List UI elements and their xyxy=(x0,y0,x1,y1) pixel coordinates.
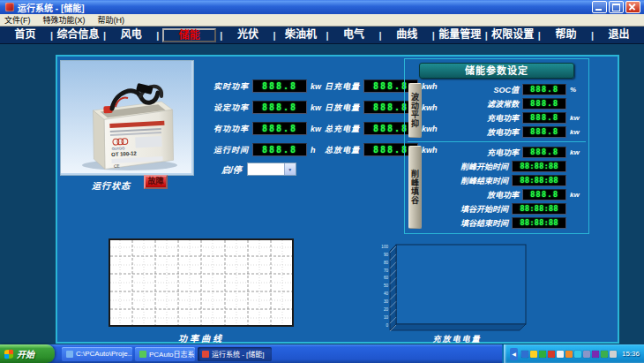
energy-ytick: 100 xyxy=(381,245,388,249)
metric-value-display: 888.8 xyxy=(252,122,307,135)
taskbar-task-2[interactable]: PCAuto日志系统 xyxy=(135,347,195,361)
energy-ytick: 70 xyxy=(384,268,389,273)
menu-file[interactable]: 文件(F) xyxy=(4,14,31,26)
start-button-label: 开始 xyxy=(17,347,34,360)
nav-item-8[interactable]: 曲线 xyxy=(382,28,432,42)
restore-button[interactable] xyxy=(609,1,624,13)
restore-icon xyxy=(612,4,620,11)
setting-value-display[interactable]: 888.8 xyxy=(522,147,566,158)
tray-icon-10[interactable] xyxy=(601,351,608,358)
metric-label: 总放电量 xyxy=(300,144,360,155)
menu-special[interactable]: 特殊功能(X) xyxy=(43,14,86,26)
settings-row: 充电功率888.8kw xyxy=(424,145,585,159)
setting-label: 充电功率 xyxy=(424,147,519,158)
setting-label: 滤波常数 xyxy=(424,98,519,110)
tray-icon-11[interactable] xyxy=(610,351,617,358)
task-app-icon xyxy=(139,351,146,358)
energy-ytick: 50 xyxy=(384,284,389,288)
settings-panel-title: 储能参数设定 xyxy=(419,63,574,79)
minimize-button[interactable] xyxy=(592,1,607,13)
run-status-label: 运行状态 xyxy=(82,178,140,192)
energy-ytick: 80 xyxy=(384,261,389,265)
setting-value-display[interactable]: 88:88:88 xyxy=(512,175,566,186)
taskbar-clock: 15:36 xyxy=(622,350,640,358)
setting-value-display[interactable]: 888.8 xyxy=(522,84,566,95)
energy-chart-title: 充放电电量 xyxy=(378,333,536,344)
setting-unit: kw xyxy=(570,148,585,156)
nav-item-4[interactable]: 储能 xyxy=(162,28,216,42)
nav-item-12[interactable]: 退出 xyxy=(594,28,644,42)
settings-group: 波动平抑SOC值888.8%滤波常数888.8充电功率888.8kw放电功率88… xyxy=(408,82,585,139)
settings-group: 削峰填谷充电功率888.8kw削峰开始时间88:88:88削峰结束时间88:88… xyxy=(408,145,585,230)
energy-ytick: 60 xyxy=(384,276,389,280)
nav-separator: | xyxy=(156,30,159,41)
setting-unit: kw xyxy=(570,191,585,199)
chevron-down-icon[interactable]: ▼ xyxy=(284,163,296,175)
nav-item-1[interactable]: 首页 xyxy=(0,28,50,42)
tray-icon-4[interactable] xyxy=(548,351,555,358)
app-icon xyxy=(5,3,14,11)
settings-groups: 波动平抑SOC值888.8%滤波常数888.8充电功率888.8kw放电功率88… xyxy=(407,82,587,230)
energy-ytick: 0 xyxy=(386,323,388,328)
setting-value-display[interactable]: 88:88:88 xyxy=(512,161,566,172)
run-status-indicator: 故障 xyxy=(144,175,168,189)
tray-icon-1[interactable] xyxy=(521,351,528,358)
settings-row: 削峰开始时间88:88:88 xyxy=(424,159,585,173)
energy-ytick: 90 xyxy=(384,253,389,257)
settings-row: 放电功率888.8kw xyxy=(424,187,585,201)
nav-item-9[interactable]: 能量管理 xyxy=(435,28,485,42)
tray-icon-6[interactable] xyxy=(565,351,573,358)
nav-item-10[interactable]: 权限设置 xyxy=(488,28,538,42)
nav-item-2[interactable]: 综合信息 xyxy=(53,28,103,42)
tray-icon-9[interactable] xyxy=(592,351,599,358)
setting-value-display[interactable]: 888.8 xyxy=(522,126,566,138)
taskbar-tasks: C:\PCAuto\Proje...PCAuto日志系统运行系统 - [储能] xyxy=(62,347,272,361)
tray-collapse-icon[interactable]: ◀ xyxy=(510,348,518,360)
metric-label: 运行时间 xyxy=(189,144,249,155)
metric-label: 有功功率 xyxy=(189,123,249,134)
settings-group-tab[interactable]: 波动平抑 xyxy=(408,83,422,138)
nav-item-7[interactable]: 电气 xyxy=(329,28,379,42)
power-chart xyxy=(109,238,294,327)
setting-unit: kw xyxy=(570,114,585,122)
setting-value-display[interactable]: 88:88:88 xyxy=(512,203,566,215)
tray-icon-2[interactable] xyxy=(530,351,537,358)
close-button[interactable] xyxy=(625,1,640,13)
system-tray: ◀ 15:36 xyxy=(502,344,644,363)
battery-image-box: OUTDO OT 100-12 CE xyxy=(60,60,194,176)
settings-row: 滤波常数888.8 xyxy=(424,96,585,110)
settings-group-tab[interactable]: 削峰填谷 xyxy=(408,146,422,229)
taskbar-task-3[interactable]: 运行系统 - [储能] xyxy=(198,347,272,361)
metric-label: 设定功率 xyxy=(189,102,249,113)
setting-value-display[interactable]: 888.8 xyxy=(522,98,566,110)
tray-icon-8[interactable] xyxy=(583,351,590,358)
navbar: 首页|综合信息|风电|储能|光伏|柴油机|电气|曲线|能量管理|权限设置|帮助|… xyxy=(0,26,644,44)
task-label: C:\PCAuto\Proje... xyxy=(76,350,132,358)
nav-item-11[interactable]: 帮助 xyxy=(541,28,591,42)
power-chart-title: 功率曲线 xyxy=(109,331,294,344)
setting-value-display[interactable]: 888.8 xyxy=(522,112,566,124)
menu-help[interactable]: 帮助(H) xyxy=(98,14,125,26)
nav-item-5[interactable]: 光伏 xyxy=(222,28,273,42)
setting-label: 填谷开始时间 xyxy=(424,203,508,215)
nav-item-3[interactable]: 风电 xyxy=(106,28,156,42)
window-titlebar: 运行系统 - [储能] xyxy=(0,0,644,14)
taskbar-task-1[interactable]: C:\PCAuto\Proje... xyxy=(62,347,132,361)
settings-row: 充电功率888.8kw xyxy=(424,110,585,125)
main-panel: OUTDO OT 100-12 CE 运行状态 故障 实时功率888.8kw设定… xyxy=(56,55,619,344)
start-stop-select[interactable]: ▼ xyxy=(247,163,296,176)
nav-item-6[interactable]: 柴油机 xyxy=(275,28,326,42)
setting-value-display[interactable]: 88:88:88 xyxy=(512,217,566,229)
screen: 运行系统 - [储能] 文件(F) 特殊功能(X) 帮助(H) 首页|综合信息|… xyxy=(0,0,644,363)
setting-label: SOC值 xyxy=(424,84,519,95)
start-button[interactable]: 开始 xyxy=(0,344,55,363)
tray-icon-5[interactable] xyxy=(557,351,564,358)
setting-label: 充电功率 xyxy=(424,112,519,124)
settings-row: 削峰结束时间88:88:88 xyxy=(424,173,585,187)
tray-icon-3[interactable] xyxy=(539,351,546,358)
settings-panel: 储能参数设定 波动平抑SOC值888.8%滤波常数888.8充电功率888.8k… xyxy=(404,58,589,234)
metric-label: 实时功率 xyxy=(189,80,249,92)
setting-value-display[interactable]: 888.8 xyxy=(522,189,566,200)
setting-unit: % xyxy=(570,86,585,94)
tray-icon-7[interactable] xyxy=(574,351,581,358)
